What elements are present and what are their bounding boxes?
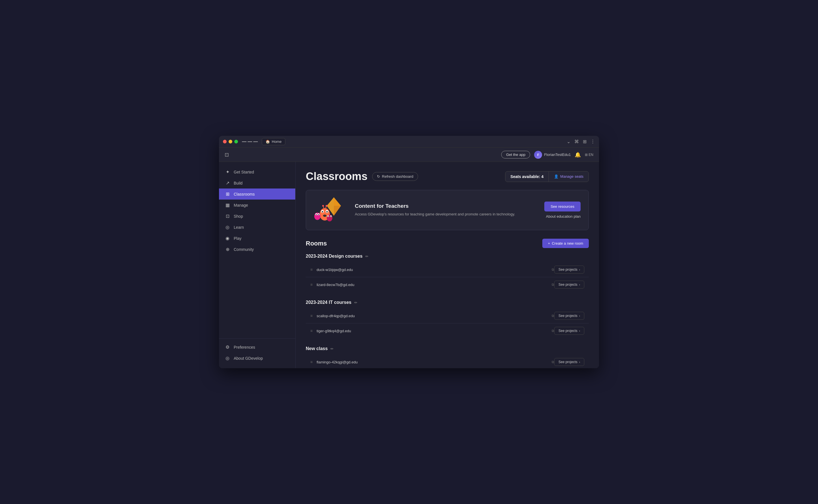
- sidebar-toggle-icon[interactable]: ⊡: [225, 152, 229, 158]
- edit-room-name-it-icon[interactable]: ✏: [354, 300, 357, 305]
- sidebar-item-manage[interactable]: ▦ Manage: [219, 200, 295, 211]
- room-item: ≡ duck-w1bjqw@gd.edu ⧉ See projects ›: [306, 262, 589, 277]
- sidebar-item-build[interactable]: ↗ Build: [219, 177, 295, 189]
- about-education-link[interactable]: About education plan: [546, 214, 581, 219]
- more-icon[interactable]: ⋮: [591, 139, 595, 144]
- svg-point-8: [323, 215, 326, 217]
- seats-area: Seats available: 4 👤 Manage seats: [505, 171, 589, 182]
- edit-room-name-design-icon[interactable]: ✏: [365, 254, 368, 259]
- close-button[interactable]: [223, 140, 227, 143]
- drag-handle-icon[interactable]: ≡: [310, 360, 312, 364]
- svg-point-17: [328, 216, 329, 217]
- see-projects-button[interactable]: See projects ›: [554, 312, 584, 320]
- see-projects-button[interactable]: See projects ›: [554, 266, 584, 274]
- svg-marker-2: [334, 206, 341, 216]
- home-tab[interactable]: 🏠 Home: [262, 138, 285, 145]
- maximize-button[interactable]: [234, 140, 238, 143]
- link-icon[interactable]: ⌘: [574, 139, 579, 144]
- seats-count: 4: [542, 174, 544, 179]
- traffic-lights: [223, 140, 238, 143]
- chevron-right-icon: ›: [579, 361, 580, 364]
- topbar: ⊡ Get the app F FlorianTestEdu1 🔔 ⊞ EN: [219, 148, 599, 162]
- sidebar-item-shop[interactable]: ⊡ Shop: [219, 211, 295, 222]
- sidebar-item-community[interactable]: ⊕ Community: [219, 244, 295, 255]
- see-resources-button[interactable]: See resources: [544, 202, 581, 211]
- svg-point-20: [322, 205, 324, 207]
- play-icon: ◉: [225, 236, 230, 241]
- manage-seats-button[interactable]: 👤 Manage seats: [549, 171, 589, 181]
- room-group-title-it: 2023-2024 IT courses: [306, 300, 351, 305]
- lang-label: EN: [589, 153, 593, 157]
- svg-point-12: [316, 214, 317, 215]
- svg-point-22: [325, 205, 327, 207]
- see-projects-button[interactable]: See projects ›: [554, 358, 584, 366]
- teachers-banner: Content for Teachers Access GDevelop's r…: [306, 190, 589, 230]
- see-projects-label: See projects: [559, 283, 578, 287]
- sidebar-label-manage: Manage: [234, 203, 248, 207]
- get-app-button[interactable]: Get the app: [501, 151, 530, 158]
- sidebar-label-learn: Learn: [234, 225, 244, 230]
- sidebar-item-play[interactable]: ◉ Play: [219, 233, 295, 244]
- svg-point-9: [314, 213, 320, 220]
- sidebar-item-classrooms[interactable]: ⊞ Classrooms: [219, 189, 295, 200]
- see-projects-label: See projects: [559, 314, 578, 318]
- drag-handle-icon[interactable]: ≡: [310, 314, 312, 318]
- copy-email-icon[interactable]: ⧉: [552, 360, 554, 364]
- plus-icon: +: [548, 241, 550, 245]
- community-icon: ⊕: [225, 247, 230, 252]
- sidebar-item-learn[interactable]: ◎ Learn: [219, 222, 295, 233]
- sidebar-label-community: Community: [234, 247, 254, 252]
- room-item: ≡ flamingo-42kqgi@gd.edu ⧉ See projects …: [306, 355, 589, 368]
- sidebar-item-about[interactable]: ◎ About GDevelop: [219, 353, 295, 364]
- titlebar-right: ⌄ ⌘ ⊞ ⋮: [567, 139, 595, 144]
- page-title: Classrooms: [306, 170, 367, 183]
- svg-point-14: [327, 215, 332, 221]
- minimize-button[interactable]: [229, 140, 232, 143]
- room-group-title-new: New class: [306, 346, 327, 351]
- sidebar-label-preferences: Preferences: [234, 345, 255, 350]
- room-group-new-class: New class ✏ ≡ flamingo-42kqgi@gd.edu ⧉ S…: [306, 346, 589, 368]
- dropdown-icon[interactable]: ⌄: [567, 139, 570, 144]
- main-content: Classrooms ↻ Refresh dashboard Seats ava…: [295, 162, 599, 368]
- copy-email-icon[interactable]: ⧉: [552, 268, 554, 272]
- room-email: duck-w1bjqw@gd.edu: [316, 268, 550, 272]
- chevron-right-icon: ›: [579, 329, 580, 333]
- drag-handle-icon[interactable]: ≡: [310, 267, 312, 272]
- drag-handle-icon[interactable]: ≡: [310, 282, 312, 287]
- topbar-left: ⊡: [225, 152, 229, 158]
- room-group-it-courses: 2023-2024 IT courses ✏ ≡ scallop-dfr4qp@…: [306, 300, 589, 338]
- banner-illustration: [314, 196, 348, 224]
- page-title-area: Classrooms ↻ Refresh dashboard: [306, 170, 418, 183]
- manage-seats-label: Manage seats: [560, 174, 584, 179]
- see-projects-button[interactable]: See projects ›: [554, 327, 584, 335]
- drag-handle-icon[interactable]: ≡: [310, 329, 312, 333]
- copy-email-icon[interactable]: ⧉: [552, 314, 554, 318]
- sidebar-item-preferences[interactable]: ⚙ Preferences: [219, 342, 295, 353]
- hamburger-menu[interactable]: [242, 141, 258, 142]
- svg-marker-1: [334, 197, 341, 206]
- seats-available-label: Seats available:: [511, 174, 540, 179]
- room-item: ≡ scallop-dfr4qp@gd.edu ⧉ See projects ›: [306, 308, 589, 323]
- puzzle-icon[interactable]: ⊞: [583, 139, 587, 144]
- copy-email-icon[interactable]: ⧉: [552, 283, 554, 287]
- copy-email-icon[interactable]: ⧉: [552, 329, 554, 333]
- refresh-label: Refresh dashboard: [382, 174, 414, 179]
- titlebar: 🏠 Home ⌄ ⌘ ⊞ ⋮: [219, 136, 599, 148]
- room-email: tiger-g9tkq4@gd.edu: [316, 329, 550, 333]
- classrooms-icon: ⊞: [225, 191, 230, 197]
- rooms-title: Rooms: [306, 240, 327, 247]
- sidebar-label-classrooms: Classrooms: [234, 192, 255, 196]
- language-selector[interactable]: ⊞ EN: [585, 153, 593, 157]
- sidebar-item-get-started[interactable]: ✦ Get Started: [219, 166, 295, 177]
- seats-text: Seats available: 4: [506, 171, 549, 182]
- svg-point-7: [326, 211, 328, 213]
- see-projects-button[interactable]: See projects ›: [554, 281, 584, 289]
- refresh-dashboard-button[interactable]: ↻ Refresh dashboard: [372, 172, 419, 181]
- notification-icon[interactable]: 🔔: [575, 152, 581, 158]
- sidebar-bottom: ⚙ Preferences ◎ About GDevelop: [219, 338, 295, 364]
- get-started-icon: ✦: [225, 169, 230, 175]
- create-new-room-button[interactable]: + Create a new room: [542, 239, 589, 248]
- chevron-right-icon: ›: [579, 314, 580, 317]
- build-icon: ↗: [225, 180, 230, 186]
- edit-room-name-new-icon[interactable]: ✏: [330, 347, 333, 351]
